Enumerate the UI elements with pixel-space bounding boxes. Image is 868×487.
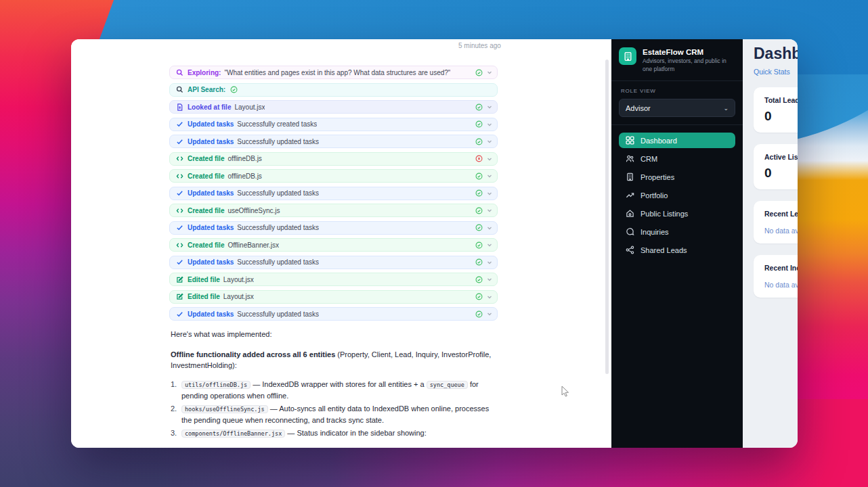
stat-value: 0 xyxy=(764,109,798,124)
trending-up-icon xyxy=(626,191,634,200)
chat-pane: 5 minutes ago Exploring: "What entities … xyxy=(71,39,611,448)
message-timestamp: 5 minutes ago xyxy=(458,42,501,49)
sidebar-item-label: Public Listings xyxy=(641,210,688,218)
app-tagline: Advisors, investors, and public in one p… xyxy=(643,57,729,73)
code-icon xyxy=(176,241,183,249)
sidebar-nav: Dashboard CRM Properties Portfolio Publi… xyxy=(619,133,735,258)
task-row-updated-tasks[interactable]: Updated tasks Successfully created tasks xyxy=(169,118,498,131)
sidebar-item-label: Portfolio xyxy=(641,191,668,200)
task-row-label: Created file xyxy=(188,207,224,214)
search-icon xyxy=(176,69,183,76)
app-name: EstateFlow CRM xyxy=(643,48,729,56)
dashboard-grid-icon xyxy=(626,136,634,145)
bullet-item: • Online — with last sync time and manua… xyxy=(171,445,497,448)
status-error-icon xyxy=(475,155,483,162)
task-row-updated-tasks[interactable]: Updated tasks Successfully updated tasks xyxy=(169,307,498,321)
task-row-edited-file[interactable]: Edited file Layout.jsx xyxy=(169,273,498,286)
sidebar-item-shared-leads[interactable]: Shared Leads xyxy=(619,242,735,258)
task-row-label: Edited file xyxy=(188,276,220,283)
status-ok-icon xyxy=(475,224,483,231)
file-icon xyxy=(176,103,183,111)
task-row-label: Looked at file xyxy=(188,103,231,111)
list-text: — IndexedDB wrapper with stores for all … xyxy=(251,380,427,388)
status-ok-icon xyxy=(230,86,238,93)
role-select[interactable]: Advisor ⌄ xyxy=(619,99,735,117)
task-row-updated-tasks[interactable]: Updated tasks Successfully updated tasks xyxy=(169,221,498,235)
share-icon xyxy=(626,246,634,254)
list-item: 3. components/OfflineBanner.jsx — Status… xyxy=(171,427,497,440)
task-row-updated-tasks[interactable]: Updated tasks Successfully updated tasks xyxy=(169,187,498,200)
check-icon xyxy=(176,224,183,231)
chevron-down-icon[interactable] xyxy=(487,104,492,110)
task-row-created-file[interactable]: Created file OfflineBanner.jsx xyxy=(169,238,498,252)
chevron-down-icon[interactable] xyxy=(487,242,492,248)
list-number: 3. xyxy=(171,427,181,440)
status-ok-icon xyxy=(475,138,483,145)
task-row-created-file[interactable]: Created file offlineDB.js xyxy=(169,152,498,166)
chevron-down-icon[interactable] xyxy=(487,70,492,75)
sidebar-item-properties[interactable]: Properties xyxy=(619,169,735,185)
chat-scrollbar[interactable] xyxy=(605,60,609,374)
list-number: 2. xyxy=(171,403,181,426)
summary-bold: Offline functionality added across all 6… xyxy=(171,350,335,358)
role-select-value: Advisor xyxy=(626,104,651,112)
task-row-updated-tasks[interactable]: Updated tasks Successfully updated tasks xyxy=(169,256,498,269)
task-row-api-search[interactable]: API Search: xyxy=(169,83,498,97)
chevron-down-icon[interactable] xyxy=(487,173,492,179)
chevron-down-icon[interactable] xyxy=(487,191,492,196)
users-icon xyxy=(626,154,634,163)
chevron-down-icon[interactable] xyxy=(487,277,492,282)
bullet-bold: Online xyxy=(206,445,229,448)
chevron-down-icon: ⌄ xyxy=(723,105,729,112)
code-chip: components/OfflineBanner.jsx xyxy=(181,430,285,438)
status-ok-icon xyxy=(475,172,483,180)
task-row-detail: Successfully updated tasks xyxy=(237,189,319,197)
stat-label: Active Listings xyxy=(764,153,798,161)
task-row-label: Exploring: xyxy=(188,69,221,76)
chevron-down-icon[interactable] xyxy=(487,294,492,300)
sidebar-item-public-listings[interactable]: Public Listings xyxy=(619,206,735,221)
check-icon xyxy=(176,138,183,145)
chevron-down-icon[interactable] xyxy=(487,156,492,162)
sidebar-item-label: Dashboard xyxy=(641,137,677,145)
task-row-detail: Layout.jsx xyxy=(223,293,254,300)
implementation-list: 1. utils/offlineDB.js — IndexedDB wrappe… xyxy=(171,379,497,440)
chevron-down-icon[interactable] xyxy=(487,122,492,127)
chevron-down-icon[interactable] xyxy=(487,139,492,144)
task-row-exploring[interactable]: Exploring: "What entities and pages exis… xyxy=(169,66,498,79)
task-row-detail: offlineDB.js xyxy=(227,155,261,162)
chevron-down-icon[interactable] xyxy=(487,225,492,231)
task-row-created-file[interactable]: Created file useOfflineSync.js xyxy=(169,204,498,217)
stat-card-active-listings: Active Listings 0 xyxy=(754,144,798,189)
crm-sidebar: EstateFlow CRM Advisors, investors, and … xyxy=(611,39,743,448)
task-row-label: Updated tasks xyxy=(188,258,234,266)
crm-main-inner: Dashboard Quick Stats Total Leads 0 Acti… xyxy=(754,45,798,298)
task-row-created-file[interactable]: Created file offlineDB.js xyxy=(169,169,498,183)
app-window: 5 minutes ago Exploring: "What entities … xyxy=(71,39,798,448)
role-view-label: ROLE VIEW xyxy=(621,88,735,94)
task-row-updated-tasks[interactable]: Updated tasks Successfully updated tasks xyxy=(169,135,498,148)
status-ok-icon xyxy=(475,120,483,128)
chevron-down-icon[interactable] xyxy=(487,311,492,317)
task-row-looked-at-file[interactable]: Looked at file Layout.jsx xyxy=(169,100,498,114)
code-chip: sync_queue xyxy=(427,381,468,389)
sidebar-item-portfolio[interactable]: Portfolio xyxy=(619,187,735,203)
check-icon xyxy=(176,120,183,128)
status-ok-icon xyxy=(475,189,483,197)
task-row-detail: offlineDB.js xyxy=(227,172,261,180)
check-icon xyxy=(176,310,183,318)
card-title: Recent Inquiries xyxy=(764,264,798,272)
list-item: 1. utils/offlineDB.js — IndexedDB wrappe… xyxy=(171,379,497,402)
sidebar-item-dashboard[interactable]: Dashboard xyxy=(619,133,735,148)
card-title: Recent Leads xyxy=(764,210,798,218)
sidebar-item-inquiries[interactable]: Inquiries xyxy=(619,224,735,239)
chevron-down-icon[interactable] xyxy=(487,208,492,213)
code-icon xyxy=(176,207,183,214)
quick-stats-link[interactable]: Quick Stats xyxy=(754,68,798,76)
task-row-edited-file[interactable]: Edited file Layout.jsx xyxy=(169,290,498,304)
chevron-down-icon[interactable] xyxy=(487,260,492,265)
sidebar-item-crm[interactable]: CRM xyxy=(619,151,735,166)
task-row-label: Edited file xyxy=(188,293,220,300)
task-row-detail: Successfully updated tasks xyxy=(237,138,319,145)
divider xyxy=(611,80,743,81)
